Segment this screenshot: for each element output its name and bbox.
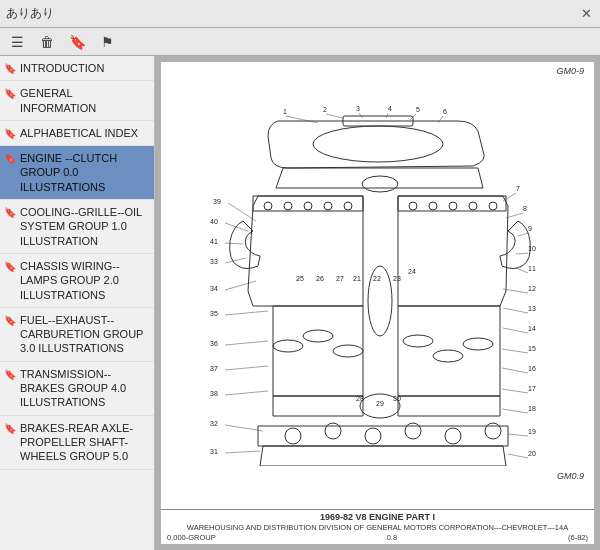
bookmark-icon: 🔖 [4,127,16,140]
svg-point-32 [362,176,398,192]
svg-point-15 [403,335,433,347]
svg-point-8 [429,202,437,210]
svg-line-41 [225,258,246,263]
sidebar-item-chassis-wiring[interactable]: 🔖 CHASSIS WIRING--LAMPS GROUP 2.0 ILLUST… [0,254,154,308]
sidebar-item-transmission-brakes[interactable]: 🔖 TRANSMISSION--BRAKES GROUP 4.0 ILLUSTR… [0,362,154,416]
svg-point-6 [344,202,352,210]
flag-button[interactable]: ⚑ [96,31,118,53]
svg-point-10 [469,202,477,210]
svg-line-39 [225,243,243,244]
sidebar-item-engine-clutch[interactable]: 🔖 ENGINE --CLUTCH GROUP 0.0 ILLUSTRATION… [0,146,154,200]
svg-text:19: 19 [528,428,536,435]
svg-line-55 [225,451,260,453]
bookmark-icon: 🔖 [4,152,16,165]
svg-line-43 [225,281,256,290]
svg-point-23 [485,423,501,439]
svg-text:35: 35 [210,310,218,317]
svg-point-18 [285,428,301,444]
svg-text:17: 17 [528,385,536,392]
svg-line-47 [225,341,268,345]
svg-text:5: 5 [416,106,420,113]
sidebar-label: COOLING--GRILLE--OIL SYSTEM GROUP 1.0 IL… [20,205,148,248]
svg-point-14 [333,345,363,357]
svg-text:41: 41 [210,238,218,245]
svg-text:15: 15 [528,345,536,352]
svg-text:1: 1 [283,108,287,115]
svg-point-16 [433,350,463,362]
svg-text:24: 24 [408,268,416,275]
svg-line-93 [508,434,528,436]
diagram-area: GM0-9 text.part-num { font-size: 7px; fi… [161,62,594,509]
svg-text:32: 32 [210,420,218,427]
footer-page: 0.8 [387,533,397,542]
svg-text:2: 2 [323,106,327,113]
svg-text:38: 38 [210,390,218,397]
document-panel: GM0-9 text.part-num { font-size: 7px; fi… [155,56,600,550]
sidebar-label: GENERAL INFORMATION [20,86,148,115]
footer-title: 1969-82 V8 ENGINE PART I [167,512,588,522]
sidebar-item-alphabetical-index[interactable]: 🔖 ALPHABETICAL INDEX [0,121,154,146]
svg-line-81 [503,308,528,313]
svg-point-9 [449,202,457,210]
svg-text:25: 25 [296,275,304,282]
svg-line-89 [502,389,528,393]
svg-text:18: 18 [528,405,536,412]
sidebar-item-brakes-rear[interactable]: 🔖 BRAKES-REAR AXLE-PROPELLER SHAFT-WHEEL… [0,416,154,470]
svg-text:12: 12 [528,285,536,292]
svg-point-2 [264,202,272,210]
close-button[interactable]: ✕ [578,6,594,22]
svg-text:40: 40 [210,218,218,225]
svg-line-75 [516,253,528,254]
svg-text:22: 22 [373,275,381,282]
svg-line-85 [502,349,528,353]
footer-date: (6-82) [568,533,588,542]
title-bar: ありあり ✕ [0,0,600,28]
svg-text:23: 23 [393,275,401,282]
svg-line-77 [516,268,528,273]
sidebar-label: ALPHABETICAL INDEX [20,126,148,140]
svg-line-79 [503,289,528,293]
bookmark-icon: 🔖 [4,314,16,327]
diagram-label-top: GM0-9 [556,66,584,76]
svg-text:11: 11 [528,265,536,272]
svg-line-87 [502,368,528,373]
svg-text:28: 28 [356,395,364,402]
bookmark-button[interactable]: 🔖 [66,31,88,53]
svg-text:9: 9 [528,225,532,232]
delete-button[interactable]: 🗑 [36,31,58,53]
svg-line-24 [296,211,298,266]
diagram-label-bottom: GM0.9 [557,471,584,481]
menu-button[interactable]: ☰ [6,31,28,53]
bookmark-icon: 🔖 [4,260,16,273]
footer-subtitle: WAREHOUSING AND DISTRIBUTION DIVISION OF… [167,523,588,532]
sidebar-label: FUEL--EXHAUST--CARBURETION GROUP 3.0 ILL… [20,313,148,356]
sidebar-label: ENGINE --CLUTCH GROUP 0.0 ILLUSTRATIONS [20,151,148,194]
sidebar-label: INTRODUCTION [20,61,148,75]
sidebar-item-introduction[interactable]: 🔖 INTRODUCTION [0,56,154,81]
svg-line-91 [502,409,528,413]
svg-line-71 [506,213,523,218]
svg-text:39: 39 [213,198,221,205]
svg-line-69 [503,193,516,201]
svg-point-19 [325,423,341,439]
svg-point-11 [489,202,497,210]
svg-text:26: 26 [316,275,324,282]
sidebar-label: BRAKES-REAR AXLE-PROPELLER SHAFT-WHEELS … [20,421,148,464]
svg-text:3: 3 [356,106,360,112]
svg-point-7 [409,202,417,210]
svg-line-29 [461,211,463,266]
svg-point-5 [324,202,332,210]
svg-text:21: 21 [353,275,361,282]
bookmark-icon: 🔖 [4,368,16,381]
svg-text:6: 6 [443,108,447,115]
svg-text:10: 10 [528,245,536,252]
sidebar-item-fuel-exhaust[interactable]: 🔖 FUEL--EXHAUST--CARBURETION GROUP 3.0 I… [0,308,154,362]
footer-bottom-row: 0.000-GROUP 0.8 (6-82) [167,533,588,542]
svg-line-45 [225,311,268,315]
bookmark-icon: 🔖 [4,206,16,219]
document-page: GM0-9 text.part-num { font-size: 7px; fi… [161,62,594,544]
svg-text:13: 13 [528,305,536,312]
sidebar-item-general-information[interactable]: 🔖 GENERAL INFORMATION [0,81,154,121]
svg-line-35 [228,203,256,221]
sidebar-item-cooling-grille[interactable]: 🔖 COOLING--GRILLE--OIL SYSTEM GROUP 1.0 … [0,200,154,254]
